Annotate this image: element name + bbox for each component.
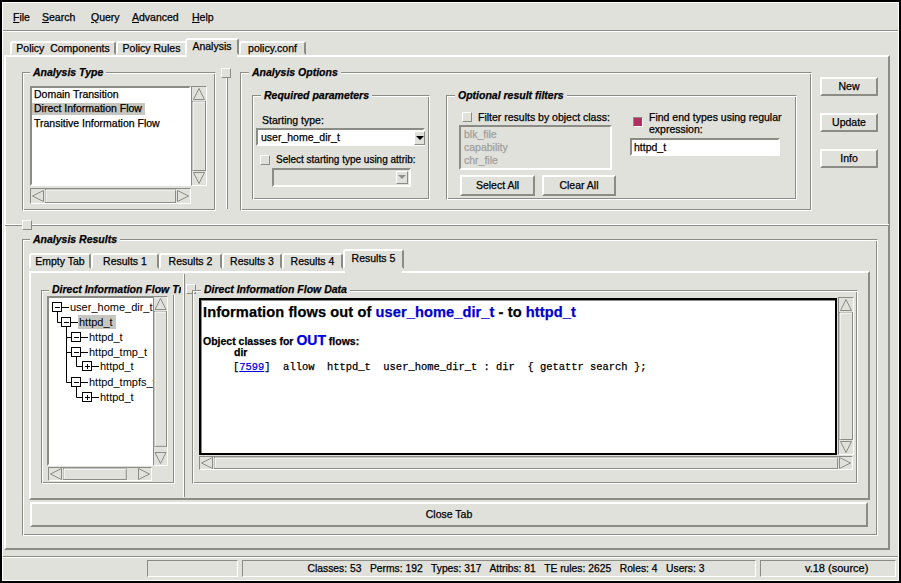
svg-text:user_home_dir_t: user_home_dir_t bbox=[70, 301, 153, 313]
svg-text:httpd_t: httpd_t bbox=[100, 391, 134, 403]
svg-text:httpd_tmpfs_t: httpd_tmpfs_t bbox=[89, 376, 155, 388]
svg-text:httpd_t: httpd_t bbox=[79, 316, 113, 328]
svg-text:httpd_t: httpd_t bbox=[100, 360, 134, 372]
svg-text:httpd_tmp_t: httpd_tmp_t bbox=[89, 346, 147, 358]
svg-text:httpd_t: httpd_t bbox=[89, 331, 123, 343]
